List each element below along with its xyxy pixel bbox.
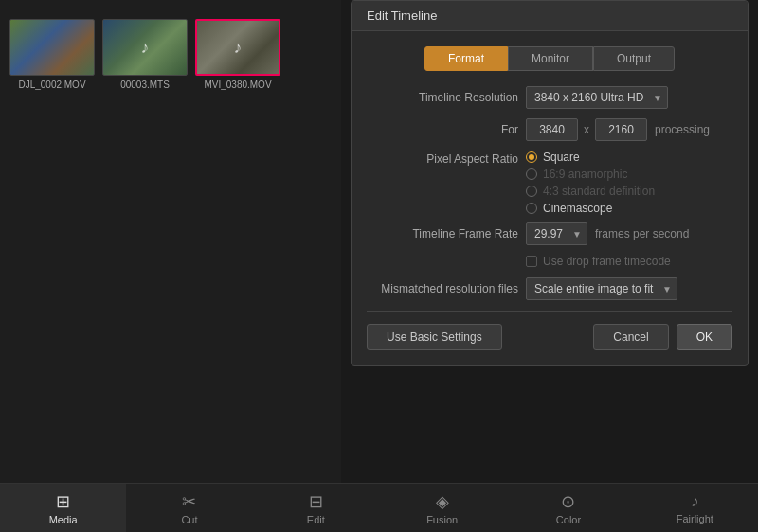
media-thumb-3[interactable]: ♪ bbox=[195, 19, 280, 76]
pixel-aspect-label: Pixel Aspect Ratio bbox=[367, 151, 518, 166]
for-width-input[interactable]: 3840 bbox=[526, 118, 578, 141]
media-item-1[interactable]: DJL_0002.MOV bbox=[9, 19, 95, 90]
tab-bar: Format Monitor Output bbox=[367, 46, 732, 71]
edit-timeline-dialog: Edit Timeline Format Monitor Output Time… bbox=[351, 0, 749, 366]
media-icon: ⊞ bbox=[56, 491, 70, 512]
left-panel: DJL_0002.MOV ♪ 00003.MTS ♪ MVI_0380.MOV bbox=[0, 0, 341, 483]
dialog-body: Format Monitor Output Timeline Resolutio… bbox=[352, 31, 748, 365]
toolbar-item-fairlight[interactable]: ♪ Fairlight bbox=[632, 484, 758, 533]
fairlight-icon: ♪ bbox=[691, 491, 699, 511]
radio-row-anamorphic[interactable]: 16:9 anamorphic bbox=[526, 168, 655, 181]
dialog-overlay: Edit Timeline Format Monitor Output Time… bbox=[341, 0, 758, 483]
radio-row-square[interactable]: Square bbox=[526, 151, 655, 164]
x-separator: x bbox=[584, 123, 589, 136]
color-label: Color bbox=[556, 514, 581, 525]
ok-button[interactable]: OK bbox=[677, 324, 732, 350]
radio-label-cinemascope: Cinemascope bbox=[543, 202, 612, 215]
cut-icon: ✂ bbox=[182, 491, 196, 512]
framerate-select-wrapper[interactable]: 29.97 ▼ bbox=[526, 222, 587, 245]
mismatch-select[interactable]: Scale entire image to fit bbox=[526, 277, 677, 300]
framerate-label: Timeline Frame Rate bbox=[367, 227, 518, 240]
media-label-1: DJL_0002.MOV bbox=[18, 80, 85, 90]
radio-label-square: Square bbox=[543, 151, 580, 164]
framerate-select[interactable]: 29.97 bbox=[526, 222, 587, 245]
for-processing-row: For 3840 x 2160 processing bbox=[367, 118, 732, 141]
for-label: For bbox=[367, 123, 518, 136]
fairlight-label: Fairlight bbox=[677, 513, 713, 524]
music-icon-3: ♪ bbox=[234, 38, 243, 58]
resolution-label: Timeline Resolution bbox=[367, 91, 518, 104]
toolbar-item-color[interactable]: ⊙ Color bbox=[505, 484, 631, 533]
resolution-select[interactable]: 3840 x 2160 Ultra HD bbox=[526, 86, 668, 109]
media-thumb-2[interactable]: ♪ bbox=[102, 19, 188, 76]
for-height-input[interactable]: 2160 bbox=[595, 118, 647, 141]
media-item-2[interactable]: ♪ 00003.MTS bbox=[102, 19, 188, 90]
dialog-title: Edit Timeline bbox=[352, 1, 748, 31]
toolbar-item-media[interactable]: ⊞ Media bbox=[0, 484, 126, 533]
media-label: Media bbox=[49, 514, 78, 525]
media-grid: DJL_0002.MOV ♪ 00003.MTS ♪ MVI_0380.MOV bbox=[0, 9, 341, 99]
bottom-toolbar: ⊞ Media ✂ Cut ⊟ Edit ◈ Fusion ⊙ Color ♪ … bbox=[0, 483, 758, 532]
media-label-3: MVI_0380.MOV bbox=[204, 80, 271, 90]
radio-square[interactable] bbox=[526, 151, 537, 163]
drop-frame-row: Use drop frame timecode bbox=[526, 255, 732, 268]
edit-icon: ⊟ bbox=[309, 491, 323, 512]
drop-frame-label: Use drop frame timecode bbox=[543, 255, 671, 268]
radio-standard[interactable] bbox=[526, 186, 537, 197]
drop-frame-checkbox[interactable] bbox=[526, 256, 537, 267]
edit-label: Edit bbox=[307, 514, 325, 525]
media-label-2: 00003.MTS bbox=[120, 80, 170, 90]
radio-anamorphic[interactable] bbox=[526, 168, 537, 180]
mismatch-label: Mismatched resolution files bbox=[367, 282, 518, 295]
dialog-divider bbox=[367, 311, 732, 312]
use-basic-settings-button[interactable]: Use Basic Settings bbox=[367, 324, 502, 350]
radio-row-standard[interactable]: 4:3 standard definition bbox=[526, 185, 655, 198]
fusion-label: Fusion bbox=[426, 514, 458, 525]
media-thumb-1[interactable] bbox=[9, 19, 95, 76]
cut-label: Cut bbox=[181, 514, 197, 525]
resolution-row: Timeline Resolution 3840 x 2160 Ultra HD… bbox=[367, 86, 732, 109]
toolbar-item-cut[interactable]: ✂ Cut bbox=[126, 484, 252, 533]
framerate-row: Timeline Frame Rate 29.97 ▼ frames per s… bbox=[367, 222, 732, 245]
radio-label-standard: 4:3 standard definition bbox=[543, 185, 655, 198]
fusion-icon: ◈ bbox=[436, 491, 449, 512]
processing-label: processing bbox=[655, 123, 710, 136]
toolbar-item-fusion[interactable]: ◈ Fusion bbox=[379, 484, 505, 533]
radio-label-anamorphic: 16:9 anamorphic bbox=[543, 168, 627, 181]
tab-format[interactable]: Format bbox=[424, 46, 508, 71]
button-row: Use Basic Settings Cancel OK bbox=[367, 324, 732, 350]
mismatch-select-wrapper[interactable]: Scale entire image to fit ▼ bbox=[526, 277, 677, 300]
tab-output[interactable]: Output bbox=[593, 46, 675, 71]
mismatch-row: Mismatched resolution files Scale entire… bbox=[367, 277, 732, 300]
media-item-3[interactable]: ♪ MVI_0380.MOV bbox=[195, 19, 280, 90]
color-icon: ⊙ bbox=[561, 491, 575, 512]
main-area: DJL_0002.MOV ♪ 00003.MTS ♪ MVI_0380.MOV bbox=[0, 0, 758, 483]
fps-label: frames per second bbox=[595, 227, 689, 240]
tab-monitor[interactable]: Monitor bbox=[508, 46, 593, 71]
pixel-aspect-radio-group: Square 16:9 anamorphic 4:3 standard defi… bbox=[526, 151, 655, 215]
resolution-select-wrapper[interactable]: 3840 x 2160 Ultra HD ▼ bbox=[526, 86, 668, 109]
toolbar-item-edit[interactable]: ⊟ Edit bbox=[253, 484, 379, 533]
music-icon-2: ♪ bbox=[141, 38, 150, 58]
radio-row-cinemascope[interactable]: Cinemascope bbox=[526, 202, 655, 215]
toolbar-items: ⊞ Media ✂ Cut ⊟ Edit ◈ Fusion ⊙ Color ♪ … bbox=[0, 484, 758, 533]
cancel-button[interactable]: Cancel bbox=[593, 324, 668, 350]
right-buttons: Cancel OK bbox=[593, 324, 732, 350]
radio-cinemascope[interactable] bbox=[526, 203, 537, 214]
pixel-aspect-row: Pixel Aspect Ratio Square 16:9 anamorphi… bbox=[367, 151, 732, 215]
